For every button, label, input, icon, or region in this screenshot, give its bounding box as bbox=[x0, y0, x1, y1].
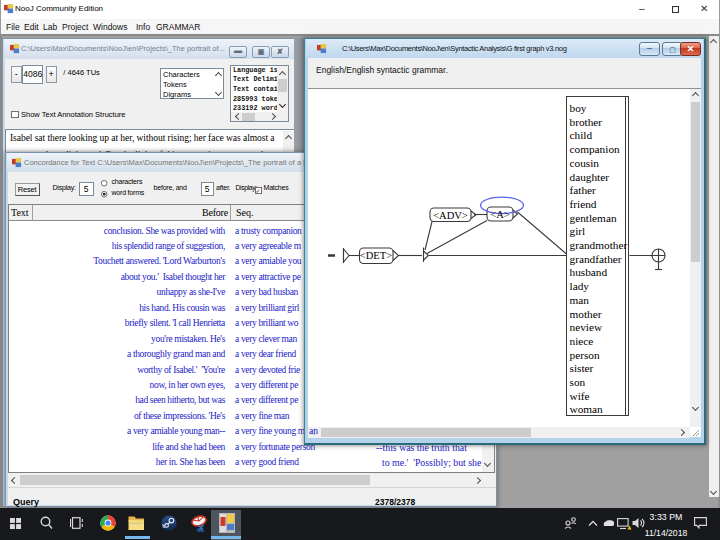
svg-text:friend: friend bbox=[570, 198, 597, 210]
svg-text:<ADV>: <ADV> bbox=[433, 210, 468, 221]
svg-text:mother: mother bbox=[570, 308, 602, 320]
svg-text:neview: neview bbox=[570, 321, 603, 333]
svg-text:niece: niece bbox=[570, 335, 594, 347]
svg-text:son: son bbox=[570, 376, 586, 388]
svg-text:child: child bbox=[570, 129, 593, 141]
svg-text:boy: boy bbox=[570, 102, 587, 114]
svg-text:<DET>: <DET> bbox=[360, 250, 392, 261]
svg-text:girl: girl bbox=[570, 225, 586, 237]
svg-text:woman: woman bbox=[570, 403, 604, 415]
svg-text:wife: wife bbox=[570, 390, 590, 402]
svg-text:<A>: <A> bbox=[490, 209, 510, 220]
svg-text:father: father bbox=[570, 184, 597, 196]
svg-text:lady: lady bbox=[570, 280, 590, 292]
svg-text:companion: companion bbox=[570, 143, 621, 155]
svg-text:cousin: cousin bbox=[570, 157, 600, 169]
svg-text:man: man bbox=[570, 294, 590, 306]
svg-text:person: person bbox=[570, 349, 600, 361]
svg-text:daughter: daughter bbox=[570, 171, 610, 183]
svg-text:sister: sister bbox=[570, 362, 594, 374]
svg-text:gentleman: gentleman bbox=[570, 212, 617, 224]
svg-text:husband: husband bbox=[570, 266, 608, 278]
svg-text:brother: brother bbox=[570, 116, 603, 128]
svg-text:grandmother: grandmother bbox=[570, 239, 628, 251]
svg-text:grandfather: grandfather bbox=[570, 253, 622, 265]
